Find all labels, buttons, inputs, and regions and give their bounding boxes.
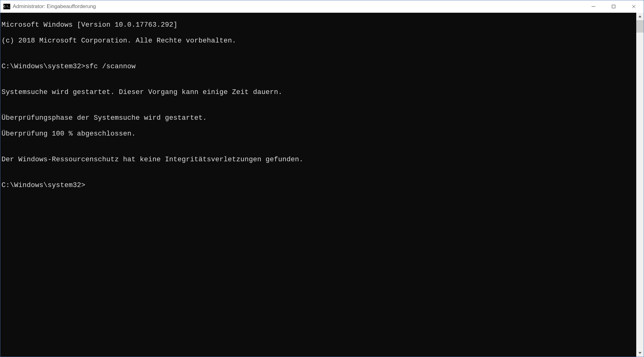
scroll-thumb[interactable] <box>636 20 644 33</box>
command-prompt-window: C:\. Administrator: Eingabeaufforderung … <box>0 0 644 357</box>
titlebar[interactable]: C:\. Administrator: Eingabeaufforderung <box>0 0 644 13</box>
terminal-container: Microsoft Windows [Version 10.0.17763.29… <box>0 13 644 357</box>
window-controls <box>583 0 644 13</box>
close-button[interactable] <box>624 0 644 13</box>
minimize-button[interactable] <box>583 0 603 13</box>
terminal-line: C:\Windows\system32>sfc /scannow <box>2 63 635 70</box>
terminal-output[interactable]: Microsoft Windows [Version 10.0.17763.29… <box>0 13 636 357</box>
maximize-icon <box>611 4 616 9</box>
close-icon <box>632 4 636 9</box>
scroll-up-button[interactable] <box>636 13 644 20</box>
terminal-line: Der Windows-Ressourcenschutz hat keine I… <box>2 156 635 163</box>
chevron-up-icon <box>638 16 642 17</box>
terminal-line: Microsoft Windows [Version 10.0.17763.29… <box>2 21 635 29</box>
terminal-line: Überprüfung 100 % abgeschlossen. <box>2 130 635 138</box>
window-title: Administrator: Eingabeaufforderung <box>13 3 96 10</box>
vertical-scrollbar[interactable] <box>636 13 644 357</box>
svg-rect-1 <box>612 5 615 8</box>
cmd-icon: C:\. <box>3 4 10 9</box>
maximize-button[interactable] <box>603 0 624 13</box>
terminal-line: Systemsuche wird gestartet. Dieser Vorga… <box>2 88 635 96</box>
minimize-icon <box>591 4 596 9</box>
terminal-line: (c) 2018 Microsoft Corporation. Alle Rec… <box>2 37 635 45</box>
scroll-track[interactable] <box>636 20 644 349</box>
chevron-down-icon <box>638 352 642 354</box>
scroll-down-button[interactable] <box>636 349 644 357</box>
cmd-icon-text: C:\. <box>3 5 10 8</box>
terminal-line: Überprüfungsphase der Systemsuche wird g… <box>2 114 635 122</box>
terminal-prompt-line: C:\Windows\system32> <box>2 181 635 189</box>
